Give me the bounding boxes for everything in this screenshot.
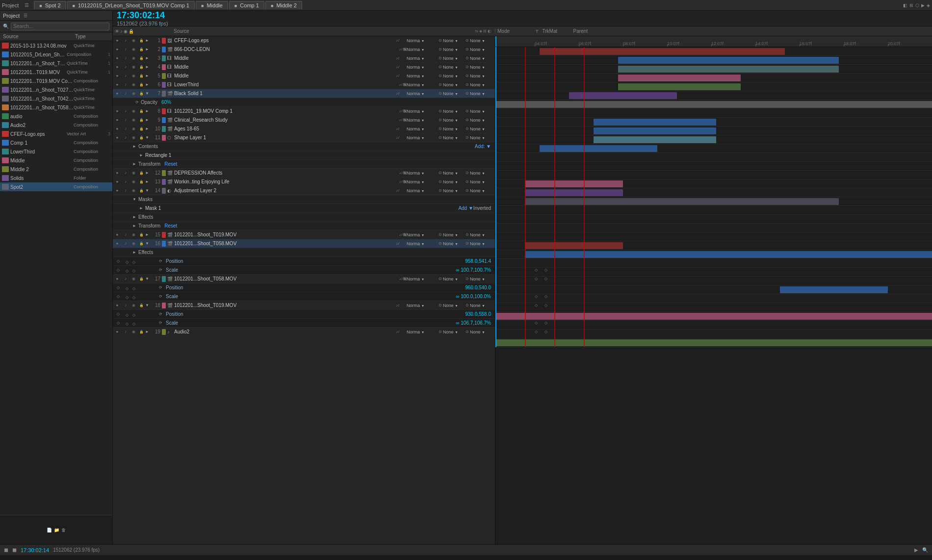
layer-parent[interactable]: None ▼ xyxy=(470,241,485,246)
expand-arrow[interactable] xyxy=(145,118,151,122)
layer-trkmat[interactable]: None ▼ xyxy=(443,38,458,43)
project-item[interactable]: Audio2 Composition xyxy=(0,121,112,129)
layer-mode[interactable]: Norma ▼ xyxy=(407,241,424,246)
audio-toggle[interactable]: ♪ xyxy=(122,188,129,193)
project-item[interactable]: 10122201...n_Shoot_T009.MOV QuickTime 1 xyxy=(0,59,112,68)
timeline-bar[interactable] xyxy=(525,198,839,205)
layer-row[interactable]: ● ♪ ◉ 🔒 6 🎞 LowerThird ♪ / fx Norma ▼ ⊙ … xyxy=(113,80,495,89)
layer-parent[interactable]: None ▼ xyxy=(470,38,485,43)
layer-parent[interactable]: None ▼ xyxy=(470,118,485,123)
timeline-bar[interactable] xyxy=(525,242,623,249)
lock-toggle[interactable]: 🔒 xyxy=(137,171,145,175)
layer-parent[interactable]: None ▼ xyxy=(470,179,485,184)
timeline-bar[interactable] xyxy=(618,83,741,90)
mask-expand[interactable] xyxy=(139,206,145,210)
solo-toggle[interactable]: ◉ xyxy=(129,56,137,60)
lock-toggle[interactable]: 🔒 xyxy=(137,233,145,237)
timeline-bar[interactable] xyxy=(495,313,932,320)
layer-parent[interactable]: None ▼ xyxy=(470,47,485,52)
reset-button[interactable]: Reset xyxy=(164,223,177,229)
layer-parent[interactable]: None ▼ xyxy=(470,277,485,281)
expand-arrow[interactable] xyxy=(145,74,151,78)
solo-toggle[interactable]: ◉ xyxy=(129,38,137,43)
layer-trkmat[interactable]: None ▼ xyxy=(443,56,458,61)
layer-trkmat[interactable]: None ▼ xyxy=(443,118,458,123)
vis-toggle[interactable]: ● xyxy=(113,82,122,87)
bottom-preview-icon[interactable]: ▶ xyxy=(914,547,918,553)
timeline-bar[interactable] xyxy=(618,57,839,64)
layer-mode[interactable]: Norma ▼ xyxy=(407,82,424,87)
timeline-bar[interactable] xyxy=(495,101,932,108)
solo-toggle[interactable]: ◉ xyxy=(129,171,137,175)
audio-toggle[interactable]: ♪ xyxy=(122,303,129,307)
expand-arrow[interactable] xyxy=(145,47,151,51)
expand-arrow[interactable] xyxy=(145,179,151,184)
layer-trkmat[interactable]: None ▼ xyxy=(443,91,458,96)
lock-toggle[interactable]: 🔒 xyxy=(137,118,145,122)
expand-arrow[interactable] xyxy=(145,241,151,246)
timeline-bar[interactable] xyxy=(540,48,785,55)
project-item[interactable]: Solids Folder xyxy=(0,174,112,182)
layer-row[interactable]: ● ♪ ◉ 🔒 1 🖼 CFEF-Logo.eps ♪ / Norma ▼ ⊙ … xyxy=(113,36,495,45)
layer-parent[interactable]: None ▼ xyxy=(470,109,485,114)
timeline-bar[interactable] xyxy=(618,75,741,81)
lock-toggle[interactable]: 🔒 xyxy=(137,330,145,334)
layer-parent[interactable]: None ▼ xyxy=(470,303,485,308)
layer-trkmat[interactable]: None ▼ xyxy=(443,179,458,184)
layer-row[interactable]: ● ♪ ◉ 🔒 14 ◐ Adjustment Layer 2 ♪ / Norm… xyxy=(113,186,495,195)
layer-trkmat[interactable]: None ▼ xyxy=(443,135,458,140)
layer-row[interactable]: ● ♪ ◉ 🔒 12 🎬 DEPRESSION Affects ♪ / fx N… xyxy=(113,169,495,178)
layer-row[interactable]: ● ♪ ◉ 🔒 15 🎬 1012201...Shoot_T019.MOV ♪ … xyxy=(113,230,495,239)
layer-mode[interactable]: Norma ▼ xyxy=(407,91,424,96)
expand-arrow[interactable] xyxy=(145,277,151,281)
solo-toggle[interactable]: ◉ xyxy=(129,232,137,237)
layer-trkmat[interactable]: None ▼ xyxy=(443,127,458,131)
mask-icon[interactable]: ⬡ xyxy=(915,3,919,8)
expand-arrow[interactable] xyxy=(145,109,151,113)
vis-toggle[interactable]: ● xyxy=(113,65,122,69)
audio-toggle[interactable]: ♪ xyxy=(122,38,129,43)
vis-toggle[interactable]: ● xyxy=(113,109,122,113)
lock-toggle[interactable]: 🔒 xyxy=(137,127,145,131)
vis-toggle[interactable]: ● xyxy=(113,91,122,96)
audio-toggle[interactable]: ♪ xyxy=(122,91,129,96)
viewer-icon[interactable]: ◧ xyxy=(903,3,907,8)
vis-toggle[interactable]: ● xyxy=(113,232,122,237)
audio-toggle[interactable]: ♪ xyxy=(122,56,129,60)
audio-toggle[interactable]: ♪ xyxy=(122,109,129,113)
layer-parent[interactable]: None ▼ xyxy=(470,330,485,334)
solo-toggle[interactable]: ◉ xyxy=(129,303,137,307)
playhead[interactable] xyxy=(495,47,496,347)
timeline-bar[interactable] xyxy=(594,136,716,143)
bottom-zoom-icon[interactable]: 🔍 xyxy=(922,547,928,553)
lock-toggle[interactable]: 🔒 xyxy=(137,92,145,96)
solo-toggle[interactable]: ◉ xyxy=(129,241,137,246)
layer-parent[interactable]: None ▼ xyxy=(470,127,485,131)
vis-toggle[interactable]: ● xyxy=(113,330,122,334)
solo-toggle[interactable]: ◉ xyxy=(129,65,137,69)
layer-row[interactable]: ● ♪ ◉ 🔒 9 🎬 Clinical_Research Study ♪ / … xyxy=(113,116,495,125)
vis-toggle[interactable]: ● xyxy=(113,179,122,184)
layer-row[interactable]: ● ♪ ◉ 🔒 10 🎬 Ages 18-65 ♪ / Norma ▼ ⊙ No… xyxy=(113,125,495,133)
layer-trkmat[interactable]: None ▼ xyxy=(443,109,458,114)
project-item[interactable]: 10122201...T019.MOV Comp 1 Composition xyxy=(0,76,112,85)
timeline-bar[interactable] xyxy=(525,251,932,258)
layer-mode[interactable]: Norma ▼ xyxy=(407,179,424,184)
solo-toggle[interactable]: ◉ xyxy=(129,47,137,51)
layer-mode[interactable]: Norma ▼ xyxy=(407,277,424,281)
expand-arrow[interactable] xyxy=(145,127,151,131)
tab-middle[interactable]: ■ Middle xyxy=(196,1,228,9)
lock-toggle[interactable]: 🔒 xyxy=(137,39,145,43)
effects-expand[interactable] xyxy=(132,250,138,255)
expand-arrow[interactable] xyxy=(145,56,151,60)
lock-toggle[interactable]: 🔒 xyxy=(137,83,145,87)
timeline-bar[interactable] xyxy=(594,119,716,126)
layer-row[interactable]: ● ♪ ◉ 🔒 16 🎬 1012201...Shoot_T058.MOV ♪ … xyxy=(113,239,495,248)
contents-expand[interactable] xyxy=(132,144,138,149)
layer-row[interactable]: ● ♪ ◉ 🔒 5 🎞 Middle ♪ / Norma ▼ ⊙ None ▼ … xyxy=(113,72,495,80)
timeline-bar[interactable] xyxy=(594,127,716,134)
vis-toggle[interactable]: ● xyxy=(113,47,122,51)
lock-toggle[interactable]: 🔒 xyxy=(137,277,145,281)
layer-parent[interactable]: None ▼ xyxy=(470,82,485,87)
reset-button[interactable]: Reset xyxy=(164,161,177,167)
